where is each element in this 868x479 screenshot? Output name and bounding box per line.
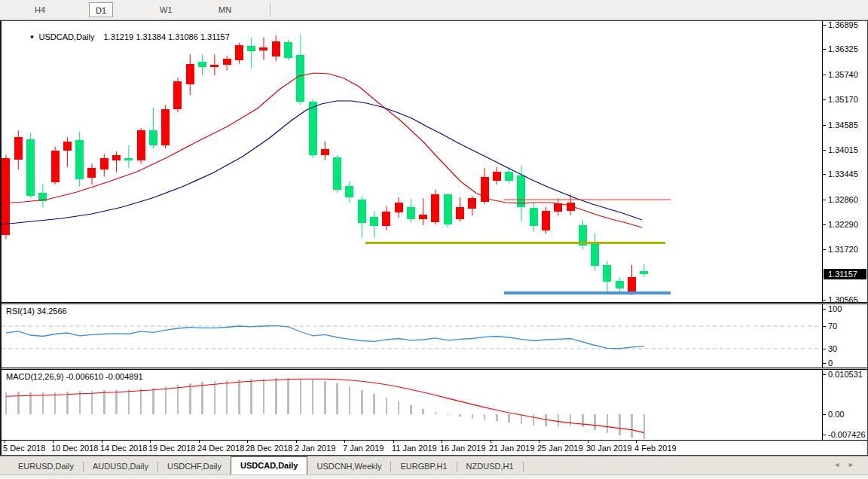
- chart-legend: ▼USDCAD,Daily1.31219 1.31384 1.31086 1.3…: [6, 23, 230, 50]
- date-label: 10 Dec 2018: [51, 444, 98, 453]
- chart-symbol-label: USDCAD,Daily: [38, 32, 94, 41]
- price-axis-label: 1.36325: [828, 44, 858, 54]
- rsi-axis[interactable]: 10070300: [822, 304, 867, 368]
- timeframe-button-w1[interactable]: W1: [154, 2, 179, 17]
- date-label: 21 Jan 2019: [489, 444, 535, 453]
- date-tick: [442, 441, 442, 443]
- price-axis-label: 1.32290: [828, 220, 858, 230]
- rsi-plot-area[interactable]: RSI(14) 34.2566: [2, 304, 822, 368]
- axis-tick: [823, 300, 826, 301]
- macd-plot-area[interactable]: MACD(12,26,9) -0.006610 -0.004891: [2, 370, 822, 440]
- price-axis-label: 1.34015: [828, 145, 858, 155]
- chart-tab-nzdusd-h1[interactable]: NZDUSD,H1: [457, 459, 523, 474]
- chart-tab-audusd-daily[interactable]: AUDUSD,Daily: [84, 459, 157, 474]
- date-tick: [636, 441, 637, 443]
- chart-tab-usdchf-daily[interactable]: USDCHF,Daily: [158, 459, 231, 474]
- date-label: 25 Jan 2019: [537, 444, 583, 453]
- date-label: 14 Dec 2018: [100, 444, 147, 453]
- axis-tick: [823, 99, 826, 100]
- price-axis-label: 1.31720: [828, 245, 858, 255]
- date-tick: [393, 441, 394, 443]
- macd-axis-label: -0.007426: [828, 430, 866, 440]
- rsi-axis-label: 30: [828, 344, 837, 354]
- chart-ohlc-values: 1.31219 1.31384 1.31086 1.31157: [103, 32, 229, 41]
- chart-tab-usdcad-daily[interactable]: USDCAD,Daily: [231, 456, 307, 474]
- current-price-tag: 1.31157: [824, 269, 866, 279]
- tab-separator: [523, 462, 524, 471]
- price-plot-area[interactable]: ▼USDCAD,Daily1.31219 1.31384 1.31086 1.3…: [2, 21, 822, 302]
- date-tick: [491, 441, 491, 443]
- timeframe-button-h4[interactable]: H4: [29, 2, 51, 17]
- trading-terminal-window: H4D1W1MN ▼USDCAD,Daily1.31219 1.31384 1.…: [0, 0, 868, 479]
- price-axis-label: 1.33445: [828, 169, 858, 179]
- status-bar: [0, 474, 868, 479]
- rsi-panel: RSI(14) 34.2566 10070300: [2, 304, 867, 368]
- chart-window: ▼USDCAD,Daily1.31219 1.31384 1.31086 1.3…: [0, 20, 868, 456]
- price-axis-label: 1.35170: [828, 95, 858, 105]
- rsi-axis-label: 100: [828, 304, 842, 314]
- axis-tick: [823, 249, 826, 250]
- chart-tab-eurgbp-h1[interactable]: EURGBP,H1: [391, 459, 456, 474]
- price-axis-label: 1.35740: [828, 70, 858, 80]
- axis-tick: [823, 414, 826, 415]
- price-axis-label: 1.34585: [828, 121, 858, 130]
- chart-tab-eurusd-daily[interactable]: EURUSD,Daily: [9, 459, 83, 474]
- axis-tick: [823, 349, 826, 349]
- chart-tab-usdcnh-weekly[interactable]: USDCNH,Weekly: [307, 459, 390, 474]
- axis-tick: [823, 200, 826, 200]
- date-tick: [296, 441, 297, 443]
- price-axis-label: 1.36895: [828, 20, 858, 30]
- macd-axis[interactable]: 0.0105310.00-0.007426: [822, 370, 867, 440]
- axis-tick: [823, 25, 826, 26]
- date-tick: [539, 441, 539, 443]
- price-axis[interactable]: 1.368951.363251.357401.351701.345851.340…: [822, 21, 867, 302]
- date-label: 5 Dec 2018: [3, 444, 45, 453]
- candlestick-chart: [2, 21, 822, 302]
- axis-tick: [823, 224, 826, 225]
- axis-tick: [823, 174, 826, 175]
- date-tick: [247, 441, 248, 443]
- date-tick: [53, 441, 53, 443]
- axis-tick: [823, 374, 826, 375]
- date-label: 11 Jan 2019: [392, 444, 437, 453]
- date-label: 19 Dec 2018: [148, 444, 195, 453]
- axis-tick: [823, 75, 826, 75]
- axis-tick: [823, 125, 826, 126]
- macd-axis-label: 0.00: [828, 410, 844, 420]
- date-tick: [5, 441, 5, 443]
- date-label: 16 Jan 2019: [440, 444, 486, 453]
- axis-tick: [823, 309, 826, 310]
- macd-panel: MACD(12,26,9) -0.006610 -0.004891 0.0105…: [2, 370, 867, 440]
- date-label: 2 Jan 2019: [295, 444, 335, 453]
- toolbar-separator: [270, 2, 270, 17]
- rsi-title: RSI(14) 34.2566: [6, 307, 67, 316]
- rsi-indicator-chart: [2, 304, 822, 368]
- rsi-axis-label: 0: [828, 358, 833, 368]
- date-label: 7 Jan 2019: [343, 444, 384, 453]
- date-label: 30 Jan 2019: [586, 444, 632, 453]
- date-tick: [588, 441, 588, 443]
- date-tick: [102, 441, 102, 443]
- price-panel: ▼USDCAD,Daily1.31219 1.31384 1.31086 1.3…: [2, 21, 867, 302]
- timeframe-button-d1[interactable]: D1: [89, 2, 113, 17]
- chart-tab-bar: EURUSD,DailyAUDUSD,DailyUSDCHF,DailyUSDC…: [0, 456, 868, 474]
- timeframe-button-mn[interactable]: MN: [212, 2, 237, 17]
- chevron-down-icon[interactable]: ▼: [29, 34, 35, 41]
- price-axis-label: 1.32860: [828, 195, 858, 205]
- date-tick: [150, 441, 151, 443]
- date-label: 24 Dec 2018: [197, 444, 244, 453]
- date-axis[interactable]: 5 Dec 201810 Dec 201814 Dec 201819 Dec 2…: [2, 440, 867, 455]
- macd-title: MACD(12,26,9) -0.006610 -0.004891: [6, 372, 143, 381]
- date-label: 28 Dec 2018: [246, 444, 292, 453]
- rsi-axis-label: 70: [828, 322, 837, 331]
- date-tick: [344, 441, 345, 443]
- timeframe-toolbar: H4D1W1MN: [0, 0, 868, 20]
- date-tick: [199, 441, 200, 443]
- tab-scroll-arrows[interactable]: ◄►: [833, 461, 862, 468]
- axis-tick: [823, 150, 826, 151]
- axis-tick: [823, 326, 826, 327]
- price-axis-label: 1.30565: [828, 295, 858, 305]
- macd-axis-label: 0.010531: [828, 370, 863, 380]
- axis-tick: [823, 435, 826, 435]
- axis-tick: [823, 49, 826, 50]
